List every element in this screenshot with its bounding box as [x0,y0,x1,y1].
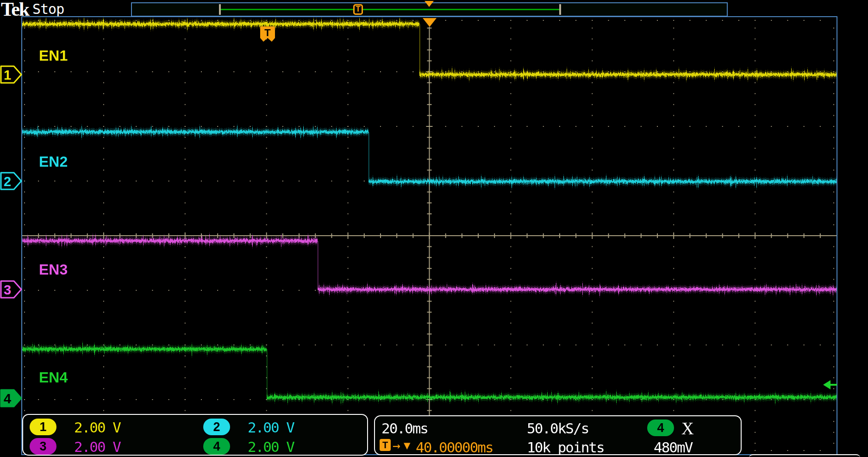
channel-readout-box: 1 2.00 V 2 2.00 V 3 2.00 V 4 2.00 V [22,414,368,456]
timebase-readout: 20.0ms [381,420,428,437]
channel-1-marker-number: 1 [4,68,11,82]
horizontal-trigger-readout-box: 20.0ms 50.0kS/s T → ▼ 40.00000ms 10k poi… [374,415,742,455]
bottom-right-box-edge [749,454,860,457]
channel-4-scale: 2.00 V [248,438,294,455]
channel-1-trace-label: EN1 [39,47,68,64]
channel-2-trace-label: EN2 [39,153,68,170]
trigger-flag-label: T [264,27,271,38]
record-line [221,9,560,10]
channel-1-badge: 1 [30,419,56,435]
acquisition-status: Stop [32,1,64,17]
trigger-slope-symbol: X [681,419,694,438]
delay-marker-icon: ▼ [404,439,410,452]
channel-3-marker-number: 3 [4,282,11,297]
channel-3-marker: 3 [0,280,22,299]
channel-1-scale: 2.00 V [74,419,120,436]
channel-2-marker: 2 [0,172,22,190]
window-bracket-right [559,4,561,15]
trigger-point-flag-icon: T [260,26,275,43]
channel-2-badge: 2 [203,419,230,435]
channel-4-marker-number: 4 [4,391,11,406]
channel-4-marker: 4 [0,389,22,407]
channel-3-scale: 2.00 V [74,438,120,455]
trigger-position-in-record-icon: T [353,4,363,15]
channel-3-badge: 3 [30,438,56,455]
sample-rate-readout: 50.0kS/s [527,420,588,437]
delay-trigger-icon: T [380,439,391,451]
trigger-source-badge: 4 [647,419,674,436]
channel-2-marker-number: 2 [4,174,11,189]
channel-4-badge: 4 [203,438,230,455]
record-length-readout: 10k points [527,439,604,456]
trigger-level-readout: 480mV [654,439,692,456]
trigger-position-triangle-icon [423,18,437,27]
acquisition-preview-bar: T [131,2,728,17]
oscilloscope-screen: Tek Stop T T 1 2 3 4 EN1 EN2 EN3 EN4 [0,0,868,457]
channel-3-trace-label: EN3 [39,261,68,278]
graticule-waveform-canvas [22,17,837,454]
channel-4-trace-label: EN4 [39,369,68,386]
expansion-point-icon [425,1,434,7]
trigger-level-arrow-icon [822,380,838,390]
delay-arrow-icon: → [393,438,400,453]
channel-1-marker: 1 [0,65,22,84]
window-bracket-left [219,4,221,15]
channel-2-scale: 2.00 V [248,419,294,436]
trigger-delay-readout: 40.00000ms [416,439,493,456]
